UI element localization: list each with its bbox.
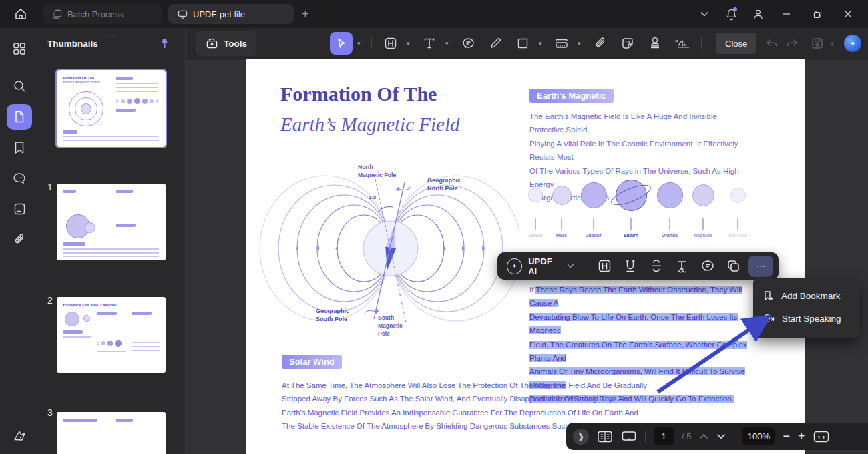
sidebar-item-comments[interactable]	[7, 166, 32, 191]
signature-tool-button[interactable]	[671, 32, 694, 55]
restore-button[interactable]	[804, 4, 831, 24]
menu-item-start-speaking[interactable]: Start Speaking	[753, 307, 859, 330]
select-tool-button[interactable]	[330, 32, 353, 55]
underline-annotation-button[interactable]	[618, 256, 644, 276]
comment-tool-button[interactable]	[457, 32, 479, 55]
comment-annotation-button[interactable]	[694, 256, 720, 276]
close-window-button[interactable]	[835, 4, 861, 24]
tab-label: Batch Process	[67, 9, 124, 19]
thumbnail-preview	[63, 190, 76, 193]
page-layout-icon[interactable]	[597, 430, 613, 443]
sidebar-item-attachments[interactable]	[7, 227, 32, 252]
sidebar-item-thumbnails[interactable]	[7, 104, 32, 130]
pin-icon[interactable]	[159, 37, 170, 49]
notification-dot	[733, 7, 737, 11]
menu-item-add-bookmark[interactable]: Add Bookmark	[753, 284, 859, 307]
label-geographic-north-pole: Geographic North Pole	[427, 176, 461, 192]
redo-icon[interactable]	[785, 37, 799, 49]
thumbnail-page-3[interactable]: Evidence For The Theories	[57, 297, 166, 373]
save-dropdown[interactable]: ▾	[831, 40, 837, 47]
label-geographic-south-pole: Geographic South Pole	[316, 307, 349, 323]
ai-floating-toolbar: ✦ UPDF AI ⋯	[497, 252, 779, 280]
zoom-out-button[interactable]: −	[783, 429, 790, 443]
menu-item-label: Add Bookmark	[781, 291, 841, 301]
new-tab-button[interactable]: +	[302, 7, 309, 21]
sidebar-item-bookmarks[interactable]	[7, 135, 32, 160]
next-page-button[interactable]	[716, 433, 726, 439]
signature-icon	[674, 37, 690, 49]
sidebar-item-apps[interactable]	[7, 36, 32, 61]
comment-icon	[13, 172, 27, 185]
thumbnail-page-4[interactable]	[57, 412, 166, 454]
home-icon	[14, 7, 27, 21]
sidebar-item-pages[interactable]	[7, 196, 32, 222]
highlight-annotation-button[interactable]	[592, 256, 618, 276]
tab-batch-process[interactable]: Batch Process	[43, 4, 162, 24]
squiggly-annotation-button[interactable]	[669, 256, 695, 276]
thumbnail-preview	[97, 351, 126, 365]
toolbox-icon	[206, 37, 218, 49]
paperclip-icon	[13, 233, 26, 246]
home-button[interactable]	[8, 4, 33, 24]
thumbnail-page-2[interactable]	[57, 184, 166, 260]
highlight-tool-dropdown[interactable]: ▾	[407, 40, 413, 47]
text-tool-dropdown[interactable]: ▾	[445, 40, 452, 47]
text-tool-button[interactable]	[418, 32, 441, 55]
copy-button[interactable]	[720, 256, 746, 276]
sidebar-item-stamps[interactable]	[7, 423, 32, 449]
zoom-in-button[interactable]: +	[798, 429, 805, 443]
panel-drag-handle[interactable]: ⋯	[105, 29, 116, 40]
shape-tool-button[interactable]	[511, 32, 534, 55]
more-options-button[interactable]: ⋯	[748, 256, 773, 277]
close-button[interactable]: Close	[716, 33, 756, 54]
magnetic-field-diagram: North Magnetic Pole Geographic North Pol…	[252, 159, 519, 349]
zoom-level-button[interactable]: 100%	[742, 427, 775, 445]
previous-page-button[interactable]	[699, 433, 708, 439]
thumbnail-preview	[132, 318, 160, 354]
left-sidebar	[0, 28, 39, 454]
cursor-icon	[335, 37, 347, 49]
presentation-icon[interactable]	[621, 430, 637, 443]
context-menu: Add Bookmark Start Speaking	[753, 278, 859, 338]
save-icon[interactable]	[811, 37, 824, 50]
actual-size-button[interactable]: 1:1	[813, 431, 829, 443]
highlight-tool-button[interactable]	[379, 32, 402, 55]
page-number-input[interactable]: 1	[654, 427, 674, 445]
attach-tool-button[interactable]	[589, 32, 612, 55]
badge-solar-wind: Solar Wind	[282, 355, 342, 369]
undo-icon[interactable]	[765, 37, 779, 49]
thumbnail-page-number: 3	[47, 407, 53, 418]
thumbnail-page-1[interactable]: Formation Of The Earth's Magnetic Field	[57, 70, 166, 147]
selected-text: These Rays Reach The Earth Without Obstr…	[529, 286, 742, 307]
strikethrough-annotation-button[interactable]	[643, 256, 669, 276]
shape-tool-dropdown[interactable]: ▾	[539, 40, 546, 47]
select-tool-dropdown[interactable]: ▾	[357, 40, 364, 47]
measure-tool-button[interactable]	[550, 32, 573, 55]
collapse-bar-button[interactable]: ❯	[573, 429, 589, 445]
tab-updf-pet-file[interactable]: UPDF-pet file	[168, 4, 294, 24]
main-toolbar: Tools ▾ ▾ ▾ ▾ ▾	[186, 28, 868, 60]
measure-tool-dropdown[interactable]: ▾	[578, 40, 584, 47]
square-icon	[517, 37, 529, 49]
pen-tool-button[interactable]	[484, 32, 507, 55]
thumbnail-preview	[63, 136, 159, 144]
text-icon	[423, 37, 436, 50]
thumbnail-preview	[81, 103, 91, 114]
account-button[interactable]	[746, 4, 769, 24]
thumbnail-preview	[116, 98, 159, 104]
minimize-button[interactable]	[773, 4, 800, 24]
notifications-button[interactable]	[720, 4, 742, 24]
updf-ai-avatar-icon[interactable]: ✦	[844, 35, 861, 52]
sidebar-item-search[interactable]	[7, 73, 32, 99]
stamp-tool-button[interactable]	[644, 32, 666, 55]
updf-ai-label[interactable]: UPDF AI	[528, 256, 562, 276]
sticker-tool-button[interactable]	[616, 32, 639, 55]
thumbnail-preview	[97, 340, 122, 347]
page-icon	[13, 110, 26, 124]
tools-button[interactable]: Tools	[196, 31, 256, 56]
thumbnail-preview	[83, 315, 90, 322]
expand-menu-button[interactable]	[693, 4, 716, 24]
thumbnail-preview	[95, 216, 110, 236]
chevron-down-icon[interactable]	[567, 264, 574, 268]
thumbnail-preview	[63, 330, 83, 334]
